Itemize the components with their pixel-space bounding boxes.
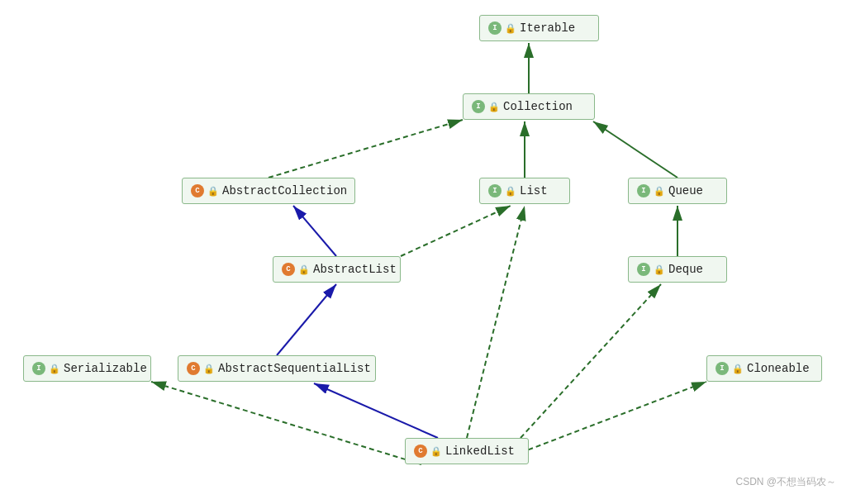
arrow-linkedlist-cloneable bbox=[521, 382, 706, 453]
label-serializable: Serializable bbox=[64, 362, 147, 375]
badge-abstractcollection: C bbox=[191, 184, 204, 197]
node-iterable: I🔒Iterable bbox=[479, 15, 599, 41]
label-abstractsequentiallist: AbstractSequentialList bbox=[218, 362, 371, 375]
lock-icon-queue: 🔒 bbox=[654, 186, 665, 197]
arrow-abstractlist-list bbox=[401, 206, 511, 256]
arrows-svg bbox=[0, 0, 851, 504]
label-list: List bbox=[520, 184, 548, 197]
arrow-linkedlist-serializable bbox=[151, 382, 421, 464]
arrow-abstractcollection-collection bbox=[269, 120, 463, 178]
arrow-linkedlist-list bbox=[467, 206, 525, 438]
node-collection: I🔒Collection bbox=[463, 93, 595, 120]
lock-icon-linkedlist: 🔒 bbox=[430, 446, 442, 457]
node-serializable: I🔒Serializable bbox=[23, 355, 151, 382]
lock-icon-list: 🔒 bbox=[505, 186, 516, 197]
badge-linkedlist: C bbox=[414, 445, 427, 458]
badge-queue: I bbox=[637, 184, 650, 197]
label-queue: Queue bbox=[668, 184, 703, 197]
badge-deque: I bbox=[637, 263, 650, 276]
lock-icon-iterable: 🔒 bbox=[505, 23, 516, 34]
lock-icon-deque: 🔒 bbox=[654, 264, 665, 275]
badge-abstractlist: C bbox=[282, 263, 295, 276]
lock-icon-cloneable: 🔒 bbox=[732, 364, 744, 374]
node-list: I🔒List bbox=[479, 178, 570, 204]
arrow-linkedlist-deque bbox=[521, 284, 661, 438]
arrow-queue-collection bbox=[593, 121, 677, 178]
badge-serializable: I bbox=[32, 362, 45, 375]
badge-collection: I bbox=[472, 100, 485, 113]
lock-icon-abstractlist: 🔒 bbox=[298, 264, 310, 275]
node-abstractcollection: C🔒AbstractCollection bbox=[182, 178, 355, 204]
label-deque: Deque bbox=[668, 263, 703, 276]
label-linkedlist: LinkedList bbox=[445, 445, 515, 458]
badge-cloneable: I bbox=[716, 362, 729, 375]
lock-icon-serializable: 🔒 bbox=[49, 364, 60, 374]
label-cloneable: Cloneable bbox=[747, 362, 810, 375]
label-iterable: Iterable bbox=[520, 21, 575, 35]
badge-abstractsequentiallist: C bbox=[187, 362, 200, 375]
arrow-asl-abstractlist bbox=[277, 284, 336, 355]
node-deque: I🔒Deque bbox=[628, 256, 727, 283]
node-abstractlist: C🔒AbstractList bbox=[273, 256, 401, 283]
node-cloneable: I🔒Cloneable bbox=[706, 355, 822, 382]
lock-icon-collection: 🔒 bbox=[488, 102, 500, 112]
node-queue: I🔒Queue bbox=[628, 178, 727, 204]
watermark: CSDN @不想当码农～ bbox=[735, 475, 836, 489]
diagram-container: I🔒IterableI🔒CollectionC🔒AbstractCollecti… bbox=[0, 0, 851, 504]
badge-iterable: I bbox=[488, 21, 502, 35]
arrow-abstractlist-abstractcollection bbox=[293, 206, 336, 256]
lock-icon-abstractcollection: 🔒 bbox=[207, 186, 219, 197]
label-abstractlist: AbstractList bbox=[313, 263, 397, 276]
node-linkedlist: C🔒LinkedList bbox=[405, 438, 529, 464]
arrow-linkedlist-asl bbox=[314, 383, 438, 438]
label-abstractcollection: AbstractCollection bbox=[222, 184, 347, 197]
node-abstractsequentiallist: C🔒AbstractSequentialList bbox=[178, 355, 376, 382]
badge-list: I bbox=[488, 184, 502, 197]
lock-icon-abstractsequentiallist: 🔒 bbox=[203, 364, 215, 374]
label-collection: Collection bbox=[503, 100, 573, 113]
